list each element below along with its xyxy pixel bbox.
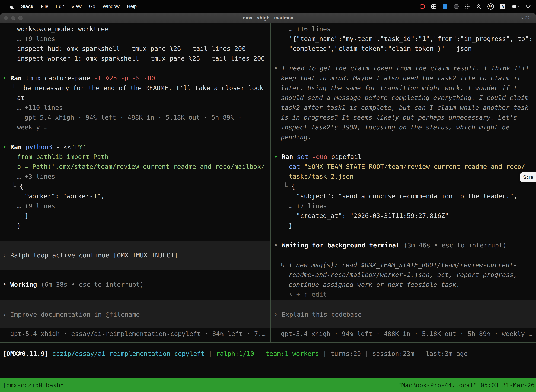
- terminal-window: omx --xhigh --madmax ⌥⌘1 workspace_mode:…: [0, 13, 536, 392]
- terminal-line: "worker": "worker-1",: [0, 191, 270, 201]
- terminal-line: … +110 lines: [0, 103, 270, 112]
- blue-app-icon[interactable]: [443, 4, 447, 9]
- terminal-line: should send a message before completing …: [271, 93, 536, 103]
- battery-icon[interactable]: [512, 5, 519, 9]
- traffic-lights: [4, 16, 23, 20]
- pane-divider-horizontal: [0, 342, 536, 343]
- pane-divider-vertical[interactable]: [270, 23, 271, 342]
- terminal-line: "created_at": "2026-03-31T11:59:27.816Z": [271, 211, 536, 221]
- pane-right[interactable]: … +16 lines'{"team_name":"my-team","task…: [271, 23, 536, 342]
- pane-right-scrollback: … +16 lines'{"team_name":"my-team","task…: [271, 23, 536, 299]
- terminal-line: cat "$OMX_TEAM_STATE_ROOT/team/review-cu…: [271, 162, 536, 172]
- zoom-button[interactable]: [18, 16, 23, 20]
- model-status-left: gpt-5.4 xhigh · essay/ai-reimplementatio…: [10, 329, 266, 339]
- terminal-line: pending.: [271, 132, 536, 142]
- input-source-label: A: [501, 5, 504, 9]
- terminal-line: ]: [0, 211, 270, 221]
- terminal-line: inspect_worker-1: omx sparkshell --tmux-…: [0, 54, 270, 63]
- terminal-line: keep that in mind. Maybe I also need the…: [271, 73, 536, 83]
- terminal-line: … +9 lines: [0, 201, 270, 211]
- terminal-line: p = Path('.omx/state/team/review-current…: [0, 162, 270, 172]
- input-source-icon[interactable]: A: [500, 4, 505, 9]
- screen: Slack File Edit View Go Window Help: [0, 0, 536, 392]
- terminal-line: [271, 231, 536, 240]
- terminal-line: "subject": "send a concise recommendatio…: [271, 191, 536, 201]
- menu-go[interactable]: Go: [85, 4, 99, 9]
- terminal-line: tasks/task-2.json": [271, 172, 536, 182]
- apple-menu[interactable]: [7, 4, 17, 9]
- terminal-line: inspect task2's JSON, focusing on the st…: [271, 122, 536, 132]
- terminal-line: from pathlib import Path: [0, 152, 270, 162]
- terminal-line: is in progress? It seems likely but perh…: [271, 112, 536, 122]
- terminal-content: workspace_mode: worktree… +9 linesinspec…: [0, 23, 536, 392]
- terminal-line: task2 after task1 is complete, but can I…: [271, 103, 536, 112]
- menu-edit[interactable]: Edit: [52, 4, 68, 9]
- menu-help[interactable]: Help: [123, 4, 140, 9]
- terminal-line: [0, 132, 270, 142]
- terminal-line: • Waiting for background terminal (3m 46…: [271, 240, 536, 250]
- window-title: omx --xhigh --madmax: [0, 15, 536, 21]
- terminal-line: later. Using the same for transition mig…: [271, 83, 536, 93]
- tmux-status-bar: [omx-cczip0:bash* "MacBook-Pro-44.local"…: [0, 378, 536, 392]
- terminal-line: • Ran python3 - <<'PY': [0, 142, 270, 152]
- minimize-button[interactable]: [11, 16, 15, 20]
- battery-circle-icon[interactable]: 61: [488, 3, 494, 10]
- menu-bar-status-icons: 61 A: [420, 3, 531, 10]
- terminal-line: … +3 lines: [0, 172, 270, 182]
- menu-file[interactable]: File: [37, 4, 52, 9]
- apple-icon: [10, 4, 14, 9]
- terminal-line: └ {: [271, 182, 536, 191]
- terminal-line: [271, 54, 536, 63]
- terminal-line: … +9 lines: [0, 34, 270, 44]
- prompt-input-right[interactable]: › Explain this codebase: [271, 300, 536, 328]
- terminal-line: "completed","claim_token":"claim-token"}…: [271, 44, 536, 54]
- pane-left-scrollback: workspace_mode: worktree… +9 linesinspec…: [0, 23, 270, 231]
- prompt-placeholder-right: › Explain this codebase: [271, 310, 362, 319]
- terminal-line: }: [271, 221, 536, 231]
- tmux-host-clock-label: "MacBook-Pro-44.local" 05:03 31-Mar-26: [398, 380, 536, 390]
- battery-percent-label: 61: [489, 5, 492, 8]
- close-button[interactable]: [4, 16, 8, 20]
- omx-status-bar: [OMX#0.11.9] cczip/essay/ai-reimplementa…: [3, 349, 468, 359]
- prompt-input-left[interactable]: › Improve documentation in @filename: [0, 300, 270, 328]
- terminal-line: weekly …: [0, 122, 270, 132]
- inject-line: › Ralph loop active continue [OMX_TMUX_I…: [0, 250, 178, 260]
- terminal-line: • I need to get the claim token from the…: [271, 63, 536, 73]
- window-titlebar: omx --xhigh --madmax ⌥⌘1: [0, 13, 536, 23]
- terminal-line: ↳ 1 new msg(s): read $OMX_TEAM_STATE_ROO…: [271, 260, 536, 270]
- terminal-line: }: [0, 221, 270, 231]
- ghost-icon[interactable]: [476, 4, 481, 9]
- dark-circle-icon[interactable]: [454, 4, 459, 9]
- screen-share-badge[interactable]: Scre: [520, 173, 536, 182]
- terminal-line: └ be necessary for the end of the README…: [0, 83, 270, 93]
- menu-app-name[interactable]: Slack: [17, 4, 37, 9]
- terminal-line: inspect_hud: omx sparkshell --tmux-pane …: [0, 44, 270, 54]
- menu-bar: Slack File Edit View Go Window Help: [0, 0, 536, 13]
- pane-left[interactable]: workspace_mode: worktree… +9 linesinspec…: [0, 23, 270, 342]
- terminal-line: • Ran set -euo pipefail: [271, 152, 536, 162]
- terminal-line: └ {: [0, 182, 270, 191]
- inject-banner: › Ralph loop active continue [OMX_TMUX_I…: [0, 241, 270, 270]
- prompt-placeholder-left: › Improve documentation in @filename: [0, 310, 140, 319]
- working-status-line: • Working (6m 38s • esc to interrupt): [3, 280, 144, 289]
- terminal-line: at: [0, 93, 270, 103]
- terminal-line: readme-and-reco/mailbox/worker-1.json, a…: [271, 270, 536, 280]
- menu-view[interactable]: View: [68, 4, 85, 9]
- tmux-session-label: [omx-cczip0:bash*: [0, 380, 64, 390]
- terminal-line: … +7 lines: [271, 201, 536, 211]
- screen-record-icon[interactable]: [420, 5, 425, 9]
- dots-grid-icon[interactable]: [465, 4, 470, 9]
- terminal-line: gpt-5.4 xhigh · 94% left · 488K in · 5.1…: [0, 112, 270, 122]
- window-grid-icon[interactable]: [431, 5, 436, 9]
- terminal-line: [271, 250, 536, 260]
- terminal-line: '{"team_name":"my-team","task_id":"1","f…: [271, 34, 536, 44]
- menu-window[interactable]: Window: [99, 4, 123, 9]
- wifi-icon[interactable]: [526, 5, 531, 9]
- terminal-line: ⌥ + ↑ edit: [271, 289, 536, 299]
- model-status-right: gpt-5.4 xhigh · 94% left · 488K in · 5.1…: [281, 329, 532, 339]
- terminal-line: [271, 142, 536, 152]
- terminal-line: continue assigned work or next feasible …: [271, 280, 536, 289]
- terminal-line: … +16 lines: [271, 24, 536, 34]
- window-shortcut-label: ⌥⌘1: [520, 15, 532, 21]
- terminal-line: [0, 63, 270, 73]
